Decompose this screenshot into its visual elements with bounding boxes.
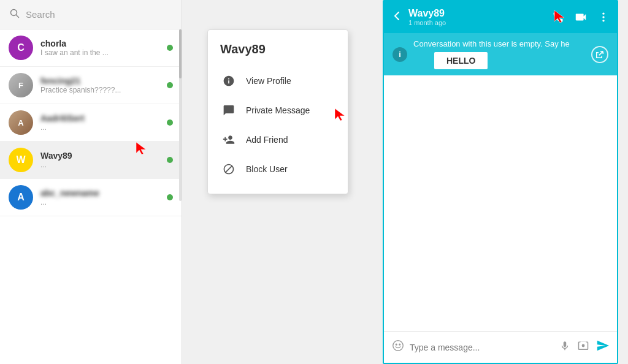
hello-button[interactable]: HELLO xyxy=(434,52,488,69)
contact-name: Wavy89 xyxy=(40,151,162,161)
emoji-button[interactable] xyxy=(391,339,405,355)
contact-preview: Practice spanish?????... xyxy=(40,86,162,94)
online-indicator xyxy=(167,119,173,126)
online-indicator xyxy=(167,157,173,163)
chat-user-info: Wavy89 1 month ago xyxy=(408,8,552,26)
avatar: A xyxy=(9,110,33,135)
external-link-button[interactable] xyxy=(591,46,608,63)
contact-preview: ... xyxy=(40,198,162,207)
svg-point-3 xyxy=(602,16,604,18)
avatar: W xyxy=(9,148,33,172)
chat-input-area xyxy=(384,331,617,363)
menu-item-block-user[interactable]: Block User xyxy=(208,154,348,184)
svg-point-6 xyxy=(396,344,397,345)
contact-preview: ... xyxy=(40,161,162,169)
contact-name: abc_newname xyxy=(40,188,162,198)
menu-item-label: View Profile xyxy=(246,76,291,86)
info-icon xyxy=(220,72,237,89)
scrollbar-track[interactable] xyxy=(179,29,182,201)
chat-actions xyxy=(552,10,610,24)
online-indicator xyxy=(167,82,173,88)
contact-item-chorla[interactable]: C chorla I saw an ant in the ... xyxy=(0,29,182,67)
avatar: F xyxy=(9,73,33,97)
menu-item-label: Block User xyxy=(246,164,288,174)
chat-status: 1 month ago xyxy=(408,19,552,26)
camera-button[interactable] xyxy=(578,340,589,354)
chat-icon xyxy=(220,102,237,119)
svg-line-1 xyxy=(17,15,19,17)
sidebar: Search C chorla I saw an ant in the ... … xyxy=(0,0,182,364)
message-input[interactable] xyxy=(410,343,559,352)
contact-name: chorla xyxy=(40,39,162,48)
svg-point-2 xyxy=(602,13,604,15)
person-add-icon xyxy=(220,131,237,148)
menu-item-label: Add Friend xyxy=(246,135,288,145)
back-button[interactable] xyxy=(391,10,402,25)
contact-name: fencing21 xyxy=(40,76,162,86)
svg-point-4 xyxy=(602,20,604,21)
menu-item-add-friend[interactable]: Add Friend xyxy=(208,125,348,154)
contact-item-fencing21[interactable]: F fencing21 Practice spanish?????... xyxy=(0,67,182,104)
chat-body xyxy=(384,75,617,331)
contact-info: fencing21 Practice spanish?????... xyxy=(40,76,162,94)
chat-notification-bar: i Conversation with this user is empty. … xyxy=(384,33,617,75)
info-icon: i xyxy=(392,47,407,62)
menu-item-view-profile[interactable]: View Profile xyxy=(208,66,348,96)
contact-list: C chorla I saw an ant in the ... F fenci… xyxy=(0,29,182,364)
chat-panel: Wavy89 1 month ago xyxy=(383,0,618,364)
menu-item-private-message[interactable]: Private Message xyxy=(208,96,348,125)
menu-item-label: Private Message xyxy=(246,105,310,115)
contact-item-wavy89[interactable]: W Wavy89 ... xyxy=(0,142,182,179)
context-menu-title: Wavy89 xyxy=(208,42,348,66)
contact-info: chorla I saw an ant in the ... xyxy=(40,39,162,57)
contact-info: AadritiSert ... xyxy=(40,113,162,132)
avatar: A xyxy=(9,185,33,210)
more-button[interactable] xyxy=(597,11,610,23)
online-indicator xyxy=(167,45,173,51)
notification-text: Conversation with this user is empty. Sa… xyxy=(413,39,591,48)
scrollbar-thumb[interactable] xyxy=(179,29,182,78)
contact-name: AadritiSert xyxy=(40,113,162,123)
block-icon xyxy=(220,161,237,178)
contact-preview: I saw an ant in the ... xyxy=(40,48,162,57)
phone-button[interactable] xyxy=(552,11,564,23)
contact-preview: ... xyxy=(40,123,162,132)
contact-item-aadritisert[interactable]: A AadritiSert ... xyxy=(0,104,182,142)
chat-header: Wavy89 1 month ago xyxy=(384,1,617,33)
online-indicator xyxy=(167,194,173,200)
contact-item-abc_newname[interactable]: A abc_newname ... xyxy=(0,179,182,216)
avatar: C xyxy=(9,36,33,60)
search-icon xyxy=(10,9,20,21)
input-actions xyxy=(559,339,610,355)
contact-info: abc_newname ... xyxy=(40,188,162,207)
search-bar[interactable]: Search xyxy=(0,0,182,29)
contact-info: Wavy89 ... xyxy=(40,151,162,169)
video-button[interactable] xyxy=(574,10,588,24)
send-button[interactable] xyxy=(596,339,610,355)
svg-point-7 xyxy=(399,344,400,345)
search-placeholder: Search xyxy=(26,9,55,20)
mic-button[interactable] xyxy=(559,340,570,354)
svg-point-5 xyxy=(393,341,404,351)
chat-username: Wavy89 xyxy=(408,8,552,19)
context-menu: Wavy89 View Profile Private Message Add … xyxy=(207,29,348,194)
